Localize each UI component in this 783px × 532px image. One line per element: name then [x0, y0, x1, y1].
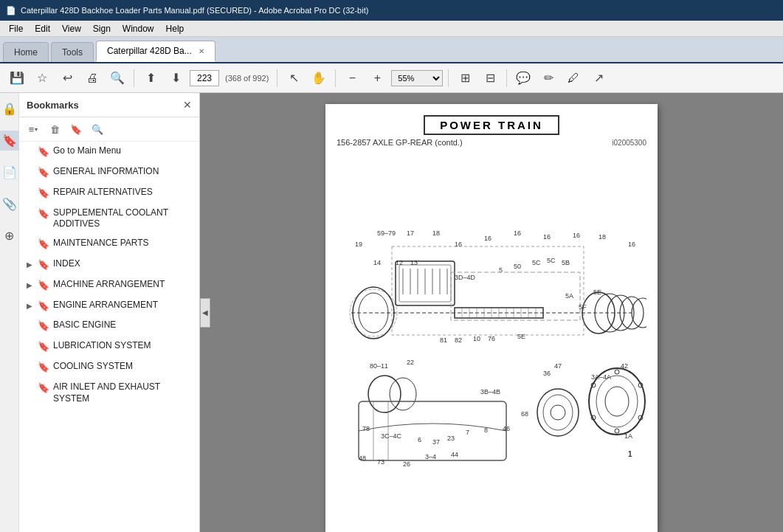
svg-text:18: 18: [432, 229, 440, 237]
bookmark-flag-icon: 🔖: [38, 187, 49, 200]
prev-page-button[interactable]: ⬆: [139, 67, 162, 89]
left-icon-strip: 🔒 🔖 📄 📎 ⊕: [0, 93, 19, 532]
bookmark-basic-engine[interactable]: 🔖 BASIC ENGINE: [19, 316, 199, 336]
sidebar-collapse-button[interactable]: ◀: [200, 298, 210, 328]
bookmark-go-main-menu[interactable]: 🔖 Go to Main Menu: [19, 142, 199, 162]
sidebar-header: Bookmarks ✕: [19, 93, 199, 117]
bookmark-engine-arrangement[interactable]: ▶ 🔖 ENGINE ARRANGEMENT: [19, 296, 199, 317]
highlight-button[interactable]: 🖊: [562, 67, 584, 89]
svg-text:46: 46: [503, 425, 510, 432]
zoom-magnifier-button[interactable]: 🔍: [106, 67, 128, 89]
page-number-input[interactable]: [190, 70, 219, 86]
pen-button[interactable]: ✏: [537, 67, 559, 89]
comment-button[interactable]: 💬: [512, 67, 534, 89]
sidebar-toolbar: ≡ 🗑 🔖 🔍: [19, 117, 199, 142]
zoom-out-button[interactable]: −: [341, 67, 363, 89]
pdf-diagram: 19 59–79 17 18 14 12 13: [337, 151, 646, 483]
menu-bar: File Edit View Sign Window Help: [0, 21, 783, 37]
sidebar-delete-button[interactable]: 🗑: [45, 120, 64, 138]
zoom-select[interactable]: 55% 50% 75% 100% 125% 150% 200%: [391, 70, 443, 86]
menu-edit[interactable]: Edit: [29, 22, 56, 35]
save-button[interactable]: 💾: [6, 67, 28, 89]
svg-text:16: 16: [455, 241, 462, 248]
svg-point-44: [368, 376, 401, 412]
star-button[interactable]: ☆: [31, 67, 53, 89]
menu-help[interactable]: Help: [160, 22, 190, 35]
svg-text:5F: 5F: [579, 303, 587, 311]
bookmark-supplemental-coolant[interactable]: 🔖 SUPPLEMENTAL COOLANT ADDITIVES: [19, 204, 199, 234]
sidebar: Bookmarks ✕ ≡ 🗑 🔖 🔍 🔖 Go to Main Menu 🔖 …: [19, 93, 200, 532]
attachment-strip-icon[interactable]: 📎: [0, 194, 20, 214]
svg-text:3D–4D: 3D–4D: [455, 274, 476, 281]
layout-button[interactable]: ⊞: [454, 67, 476, 89]
tab-document[interactable]: Caterpillar 428D Ba... ✕: [96, 41, 215, 62]
svg-text:16: 16: [543, 233, 551, 241]
bookmark-maintenance-parts[interactable]: 🔖 MAINTENANCE PARTS: [19, 234, 199, 255]
menu-file[interactable]: File: [3, 22, 29, 35]
sep3: [335, 69, 336, 87]
bookmark-air-inlet-exhaust[interactable]: 🔖 AIR INLET AND EXHAUST SYSTEM: [19, 378, 199, 408]
bookmark-label-go-main-menu: Go to Main Menu: [53, 145, 193, 157]
svg-text:44: 44: [451, 451, 458, 458]
bookmark-label-repair-alt: REPAIR ALTERNATIVES: [53, 187, 193, 198]
bookmark-cooling-system[interactable]: 🔖 COOLING SYSTEM: [19, 357, 199, 378]
svg-text:68: 68: [521, 410, 528, 418]
back-button[interactable]: ↩: [56, 67, 78, 89]
bookmark-repair-alt[interactable]: 🔖 REPAIR ALTERNATIVES: [19, 183, 199, 204]
next-page-button[interactable]: ⬇: [165, 67, 187, 89]
bookmark-flag-icon: 🔖: [38, 208, 49, 221]
bookmark-general-info[interactable]: 🔖 GENERAL INFORMATION: [19, 162, 199, 183]
menu-sign[interactable]: Sign: [87, 22, 117, 35]
sidebar-close-button[interactable]: ✕: [183, 99, 192, 111]
print-button[interactable]: 🖨: [81, 67, 103, 89]
menu-view[interactable]: View: [56, 22, 87, 35]
sep4: [448, 69, 449, 87]
svg-text:23: 23: [447, 435, 455, 442]
svg-text:1: 1: [628, 450, 632, 458]
pdf-viewer[interactable]: ◀ POWER TRAIN 156-2857 AXLE GP-REAR (con…: [200, 93, 783, 532]
hand-tool-button[interactable]: ✋: [308, 67, 330, 89]
main-content: 🔒 🔖 📄 📎 ⊕ Bookmarks ✕ ≡ 🗑 🔖 🔍 🔖 Go to Ma…: [0, 93, 783, 532]
bookmark-label-engine-arrangement: ENGINE ARRANGEMENT: [53, 300, 193, 311]
sidebar-add-button[interactable]: 🔖: [66, 120, 86, 138]
bookmark-label-cooling-system: COOLING SYSTEM: [53, 361, 193, 373]
window-title: Caterpillar 428D Backhoe Loader Parts Ma…: [21, 6, 368, 15]
bookmarks-list: 🔖 Go to Main Menu 🔖 GENERAL INFORMATION …: [19, 142, 199, 532]
layers-strip-icon[interactable]: ⊕: [1, 226, 17, 246]
pages-strip-icon[interactable]: 📄: [0, 162, 20, 182]
zoom-in-button[interactable]: +: [366, 67, 388, 89]
svg-text:3A–4A: 3A–4A: [591, 373, 611, 381]
bookmark-label-air-inlet-exhaust: AIR INLET AND EXHAUST SYSTEM: [53, 381, 193, 404]
svg-text:16: 16: [628, 241, 635, 248]
bookmark-flag-icon: 🔖: [38, 146, 49, 159]
sep2: [277, 69, 277, 87]
tab-home[interactable]: Home: [3, 42, 49, 62]
bookmark-flag-icon: 🔖: [38, 259, 49, 272]
svg-text:13: 13: [410, 259, 418, 266]
tab-bar: Home Tools Caterpillar 428D Ba... ✕: [0, 37, 783, 63]
svg-text:16: 16: [573, 232, 580, 239]
sidebar-find-button[interactable]: 🔍: [88, 120, 107, 138]
bookmark-label-machine-arrangement: MACHINE ARRANGEMENT: [53, 279, 193, 291]
svg-point-78: [596, 376, 638, 427]
bookmark-index[interactable]: ▶ 🔖 INDEX: [19, 255, 199, 275]
bookmark-machine-arrangement[interactable]: ▶ 🔖 MACHINE ARRANGEMENT: [19, 275, 199, 296]
scrollmode-button[interactable]: ⊟: [479, 67, 501, 89]
bookmark-label-maintenance-parts: MAINTENANCE PARTS: [53, 238, 193, 249]
svg-text:5E: 5E: [517, 333, 525, 340]
svg-text:22: 22: [407, 359, 414, 366]
sidebar-options-button[interactable]: ≡: [24, 120, 43, 138]
pdf-ref: i02005300: [612, 139, 646, 147]
bookmark-lubrication-system[interactable]: 🔖 LUBRICATION SYSTEM: [19, 336, 199, 357]
svg-text:10: 10: [473, 335, 480, 342]
lock-icon[interactable]: 🔒: [0, 99, 20, 119]
bookmark-flag-icon: 🔖: [38, 382, 49, 395]
tab-tools[interactable]: Tools: [51, 42, 94, 62]
bookmark-label-supplemental-coolant: SUPPLEMENTAL COOLANT ADDITIVES: [53, 207, 193, 230]
tab-close-button[interactable]: ✕: [199, 47, 204, 55]
bookmark-strip-icon[interactable]: 🔖: [0, 131, 20, 151]
cursor-tool-button[interactable]: ↖: [283, 67, 305, 89]
svg-text:17: 17: [407, 229, 414, 237]
menu-window[interactable]: Window: [117, 22, 160, 35]
share-button[interactable]: ↗: [587, 67, 610, 89]
